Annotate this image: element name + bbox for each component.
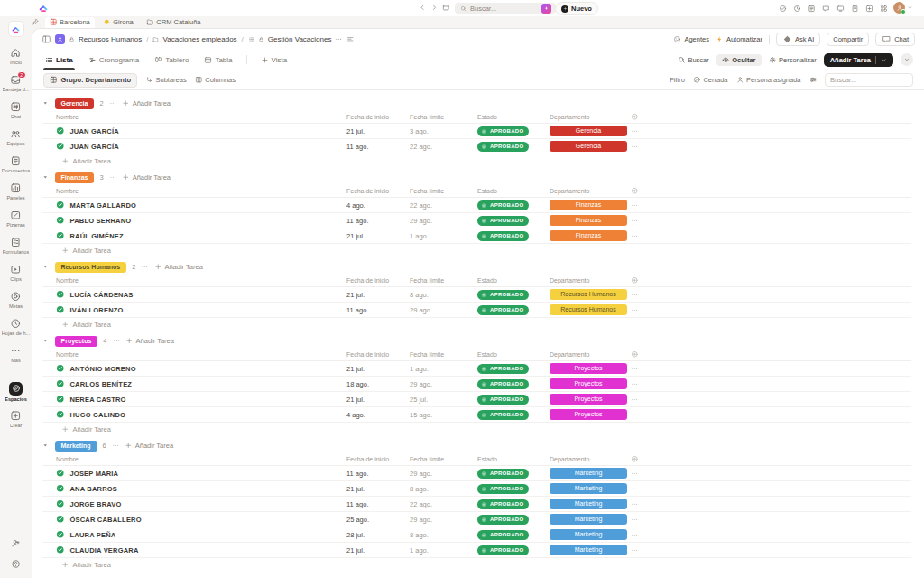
add-column-icon[interactable] xyxy=(631,113,639,121)
column-header-nombre[interactable]: Nombre xyxy=(56,188,346,194)
task-menu-icon[interactable] xyxy=(631,291,639,299)
add-task-button[interactable]: Añadir Tarea xyxy=(824,53,893,67)
task-menu-icon[interactable] xyxy=(631,380,639,388)
task-name[interactable]: PABLO SERRANO xyxy=(70,217,132,225)
sidebar-item-documentos[interactable]: Documentos xyxy=(0,151,32,178)
status-badge[interactable]: APROBADO xyxy=(477,469,529,479)
task-complete-icon[interactable] xyxy=(56,142,65,151)
column-header-fecha-limite[interactable]: Fecha límite xyxy=(410,351,477,358)
column-header-nombre[interactable]: Nombre xyxy=(56,351,346,358)
task-complete-icon[interactable] xyxy=(56,126,65,135)
group-collapse-caret[interactable] xyxy=(42,337,50,345)
group-menu-icon[interactable] xyxy=(113,337,121,345)
department-badge[interactable]: Gerencia xyxy=(550,126,627,136)
status-badge[interactable]: APROBADO xyxy=(477,379,529,389)
task-complete-icon[interactable] xyxy=(56,530,65,539)
task-name[interactable]: JUAN GARCÍA xyxy=(70,127,119,135)
add-column-icon[interactable] xyxy=(631,455,639,463)
workspace-tab-barcelona[interactable]: Barcelona xyxy=(45,17,95,28)
department-badge[interactable]: Finanzas xyxy=(550,200,627,210)
task-complete-icon[interactable] xyxy=(56,484,65,493)
task-start-date[interactable]: 21 jul. xyxy=(346,546,410,555)
task-name[interactable]: JOSEP MARIA xyxy=(70,470,119,478)
screen-icon[interactable] xyxy=(836,5,845,13)
back-icon[interactable] xyxy=(419,4,427,12)
task-start-date[interactable]: 11 ago. xyxy=(346,470,410,478)
group-add-task-button[interactable]: Añadir Tarea xyxy=(125,442,173,450)
workspace-tab-girona[interactable]: Girona xyxy=(98,17,138,28)
task-due-date[interactable]: 29 ago. xyxy=(410,217,477,225)
tab-tablero[interactable]: Tablero xyxy=(152,50,190,70)
group-name-pill[interactable]: Gerencia xyxy=(55,98,95,109)
column-header-fecha-inicio[interactable]: Fecha de inicio xyxy=(346,188,410,194)
add-task-row[interactable]: Añadir Tarea xyxy=(42,558,911,572)
task-complete-icon[interactable] xyxy=(56,200,65,210)
agents-button[interactable]: Agentes xyxy=(673,35,709,43)
task-due-date[interactable]: 3 ago. xyxy=(410,127,477,135)
task-name[interactable]: RAÚL GIMÉNEZ xyxy=(70,232,124,240)
column-header-estado[interactable]: Estado xyxy=(477,277,550,284)
task-due-date[interactable]: 1 ago. xyxy=(410,232,477,240)
add-column-icon[interactable] xyxy=(631,276,639,284)
breadcrumb-menu-icon[interactable] xyxy=(335,35,343,43)
status-badge[interactable]: APROBADO xyxy=(477,200,529,210)
column-header-fecha-limite[interactable]: Fecha límite xyxy=(410,114,477,120)
add-column-icon[interactable] xyxy=(631,187,639,195)
status-badge[interactable]: APROBADO xyxy=(477,231,529,241)
task-row[interactable]: JOSEP MARIA 11 ago. 29 ago. APROBADO Mar… xyxy=(42,466,911,481)
group-collapse-caret[interactable] xyxy=(42,173,50,182)
task-due-date[interactable]: 29 ago. xyxy=(410,516,477,524)
description-icon[interactable] xyxy=(346,35,355,43)
column-header-fecha-inicio[interactable]: Fecha de inicio xyxy=(346,456,410,462)
breadcrumb-list[interactable]: Gestión Vacaciones xyxy=(268,35,332,43)
import-icon[interactable] xyxy=(865,5,873,13)
group-by-pill[interactable]: Grupo: Departamento xyxy=(43,73,137,88)
pin-icon[interactable] xyxy=(32,18,40,26)
department-badge[interactable]: Marketing xyxy=(550,545,627,555)
group-name-pill[interactable]: Proyectos xyxy=(55,336,98,347)
group-menu-icon[interactable] xyxy=(112,442,120,450)
subtasks-button[interactable]: Subtareas xyxy=(145,76,187,84)
status-badge[interactable]: APROBADO xyxy=(477,515,529,525)
search-button[interactable]: Buscar xyxy=(678,56,709,64)
task-row[interactable]: ANA BARROS 21 jul. 8 ago. APROBADO Marke… xyxy=(42,481,911,497)
group-menu-icon[interactable] xyxy=(109,99,117,107)
sidebar-item-hojas-de-h-[interactable]: Hojas de h... xyxy=(0,313,32,340)
task-menu-icon[interactable] xyxy=(631,365,639,373)
column-header-fecha-limite[interactable]: Fecha límite xyxy=(410,277,477,284)
status-badge[interactable]: APROBADO xyxy=(477,530,529,540)
department-badge[interactable]: Proyectos xyxy=(550,394,627,405)
group-add-task-button[interactable]: Añadir Tarea xyxy=(154,263,203,271)
status-badge[interactable]: APROBADO xyxy=(477,126,529,136)
group-collapse-caret[interactable] xyxy=(42,99,50,107)
task-start-date[interactable]: 18 ago. xyxy=(346,380,410,388)
task-start-date[interactable]: 28 jul. xyxy=(346,531,410,539)
add-task-row[interactable]: Añadir Tarea xyxy=(42,318,911,331)
sidebar-item-inicio[interactable]: Inicio xyxy=(0,42,32,70)
ai-icon[interactable] xyxy=(541,4,551,14)
status-badge[interactable]: APROBADO xyxy=(477,410,529,420)
task-complete-icon[interactable] xyxy=(56,395,65,404)
task-start-date[interactable]: 11 ago. xyxy=(346,306,410,314)
status-badge[interactable]: APROBADO xyxy=(477,484,529,494)
column-header-departamento[interactable]: Departamento xyxy=(550,277,631,284)
doc-icon[interactable] xyxy=(851,5,859,13)
task-complete-icon[interactable] xyxy=(56,499,65,508)
task-menu-icon[interactable] xyxy=(631,485,639,493)
task-row[interactable]: PABLO SERRANO 11 ago. 29 ago. APROBADO F… xyxy=(42,213,911,228)
collapse-header-button[interactable] xyxy=(901,53,913,66)
window-icon[interactable] xyxy=(442,4,450,12)
task-row[interactable]: MARTA GALLARDO 4 ago. 22 ago. APROBADO F… xyxy=(42,198,911,213)
task-complete-icon[interactable] xyxy=(56,231,65,240)
task-due-date[interactable]: 8 ago. xyxy=(410,485,477,493)
add-task-row[interactable]: Añadir Tarea xyxy=(42,244,911,257)
department-badge[interactable]: Gerencia xyxy=(550,141,627,152)
task-name[interactable]: LAURA PEÑA xyxy=(70,531,116,539)
group-name-pill[interactable]: Recursos Humanos xyxy=(55,262,127,273)
task-row[interactable]: JORGE BRAVO 11 ago. 22 ago. APROBADO Mar… xyxy=(42,497,911,512)
tab-lista[interactable]: Lista xyxy=(43,50,75,70)
task-due-date[interactable]: 8 ago. xyxy=(410,291,477,299)
department-badge[interactable]: Recursos Humanos xyxy=(550,304,627,315)
sidebar-item-equipos[interactable]: Equipos xyxy=(0,124,32,151)
task-complete-icon[interactable] xyxy=(56,305,65,314)
